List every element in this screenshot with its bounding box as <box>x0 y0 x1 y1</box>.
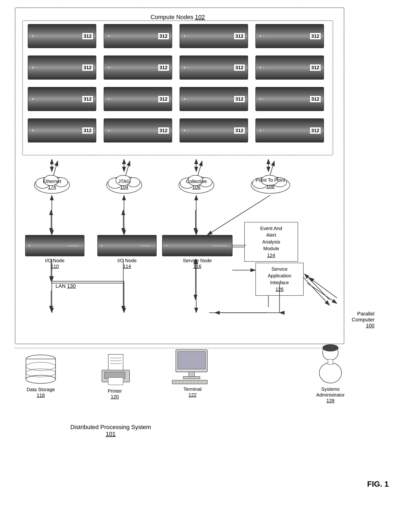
svg-point-41 <box>26 375 56 383</box>
printer-ref: 120 <box>111 394 119 400</box>
compute-node-8: 312 <box>256 56 324 80</box>
compute-node-4: 312 <box>256 24 324 48</box>
compute-node-16: 312 <box>256 119 324 142</box>
diagram-container: Compute Nodes 102 312 312 312 312 312 31… <box>15 7 404 500</box>
data-storage-ref: 118 <box>37 393 45 398</box>
distributed-processing-label: Distributed Processing System 101 <box>70 424 151 437</box>
compute-node-11: 312 <box>179 87 248 111</box>
compute-node-6: 312 <box>104 56 172 80</box>
compute-node-7: 312 <box>179 56 248 80</box>
data-storage-label: Data Storage <box>27 387 55 392</box>
compute-node-2: 312 <box>104 24 172 48</box>
parallel-computer-label: Parallel Computer 100 <box>352 311 374 329</box>
terminal-label: Terminal <box>184 386 202 392</box>
systems-admin-ref: 128 <box>326 398 334 403</box>
compute-node-9: 312 <box>28 87 96 111</box>
svg-rect-53 <box>189 372 194 377</box>
svg-rect-55 <box>172 380 207 384</box>
svg-line-90 <box>304 278 329 305</box>
event-alert-ref: 124 <box>267 253 275 258</box>
cloud-to-node-arrows <box>15 195 348 240</box>
node-to-peripheral-arrows <box>15 259 348 361</box>
compute-node-1: 312 <box>28 24 96 48</box>
compute-node-15: 312 <box>179 119 248 142</box>
compute-nodes-grid: 312 312 312 312 312 312 312 312 312 312 … <box>28 24 326 146</box>
terminal-ref: 122 <box>188 392 196 398</box>
printer-label: Printer <box>108 388 122 394</box>
svg-rect-54 <box>183 377 200 379</box>
systems-admin-label: SystemsAdministrator <box>316 386 344 398</box>
compute-node-10: 312 <box>104 87 172 111</box>
svg-rect-50 <box>108 378 123 385</box>
fig-label: FIG. 1 <box>367 480 389 488</box>
compute-nodes-label: Compute Nodes 102 <box>150 14 205 21</box>
compute-node-5: 312 <box>28 56 96 80</box>
compute-node-13: 312 <box>28 119 96 142</box>
compute-node-12: 312 <box>256 87 324 111</box>
svg-point-66 <box>319 363 342 383</box>
compute-node-14: 312 <box>104 119 172 142</box>
svg-line-79 <box>207 195 270 235</box>
compute-node-3: 312 <box>179 24 248 48</box>
svg-line-91 <box>305 274 329 300</box>
